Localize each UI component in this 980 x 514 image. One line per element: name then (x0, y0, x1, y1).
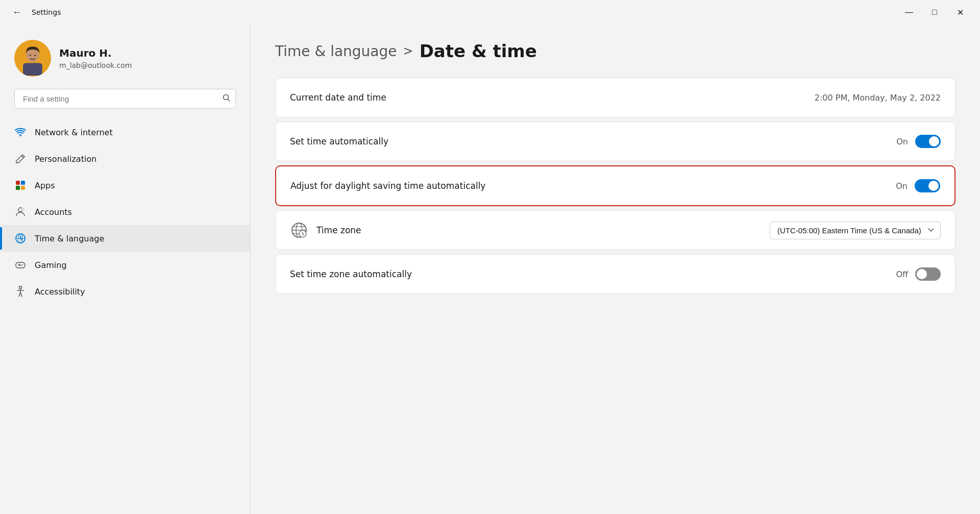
sidebar-item-gaming[interactable]: Gaming (0, 252, 250, 278)
set-timezone-auto-toggle[interactable] (915, 267, 941, 281)
current-date-row: Current date and time 2:00 PM, Monday, M… (276, 78, 955, 117)
svg-point-17 (21, 265, 22, 266)
breadcrumb-current: Date & time (420, 41, 537, 61)
sidebar-item-accounts[interactable]: Accounts (0, 199, 250, 225)
timezone-row: Time zone (UTC-05:00) Eastern Time (US &… (276, 211, 955, 250)
current-date-label: Current date and time (290, 92, 386, 103)
wifi-icon (14, 126, 27, 138)
daylight-right: On (896, 179, 940, 192)
titlebar-left: ← Settings (8, 5, 61, 20)
sidebar-item-apps[interactable]: Apps (0, 172, 250, 199)
timezone-left: Time zone (290, 221, 361, 239)
apps-icon (14, 179, 27, 191)
set-time-auto-toggle[interactable] (915, 135, 941, 148)
search-icon[interactable] (223, 94, 231, 104)
svg-point-2 (26, 48, 39, 62)
svg-rect-9 (16, 186, 20, 190)
maximize-button[interactable]: □ (923, 4, 946, 20)
avatar (14, 40, 51, 77)
sidebar-item-accessibility-label: Accessibility (35, 287, 85, 297)
sidebar-item-accounts-label: Accounts (35, 207, 72, 217)
pencil-icon (14, 153, 27, 165)
daylight-card: Adjust for daylight saving time automati… (275, 165, 955, 206)
timezone-label: Time zone (316, 225, 361, 235)
svg-point-3 (30, 55, 31, 56)
current-date-card: Current date and time 2:00 PM, Monday, M… (275, 78, 955, 117)
svg-rect-10 (21, 186, 25, 190)
sidebar-item-personalization[interactable]: Personalization (0, 145, 250, 172)
svg-point-18 (19, 286, 22, 289)
app-title: Settings (32, 8, 61, 16)
set-timezone-auto-right: Off (896, 267, 941, 281)
sidebar-item-personalization-label: Personalization (35, 154, 96, 164)
timezone-card: Time zone (UTC-05:00) Eastern Time (US &… (275, 210, 955, 250)
svg-point-12 (21, 208, 24, 211)
user-profile: Mauro H. m_lab@outlook.com (0, 35, 250, 89)
svg-point-4 (34, 55, 36, 56)
daylight-toggle[interactable] (915, 179, 940, 192)
sidebar-item-network-label: Network & internet (35, 128, 113, 137)
daylight-value: On (896, 181, 908, 191)
titlebar: ← Settings — □ ✕ (0, 0, 980, 25)
sidebar-item-gaming-label: Gaming (35, 260, 67, 270)
daylight-row: Adjust for daylight saving time automati… (276, 166, 954, 205)
set-time-auto-right: On (896, 135, 941, 148)
breadcrumb: Time & language > Date & time (275, 41, 955, 61)
svg-point-16 (22, 264, 23, 265)
set-time-auto-value: On (896, 137, 908, 146)
svg-point-6 (19, 134, 21, 136)
app-body: Mauro H. m_lab@outlook.com (0, 25, 980, 514)
sidebar-item-accessibility[interactable]: Accessibility (0, 278, 250, 305)
user-email: m_lab@outlook.com (59, 61, 132, 69)
user-name: Mauro H. (59, 47, 132, 59)
set-timezone-auto-row: Set time zone automatically Off (276, 255, 955, 293)
set-time-auto-row: Set time automatically On (276, 122, 955, 161)
main-content: Time & language > Date & time Current da… (251, 25, 980, 514)
set-timezone-auto-value: Off (896, 270, 908, 279)
breadcrumb-separator: > (403, 44, 413, 58)
accessibility-icon (14, 285, 27, 298)
svg-rect-1 (23, 63, 42, 76)
current-date-value: 2:00 PM, Monday, May 2, 2022 (815, 93, 941, 103)
set-timezone-auto-card: Set time zone automatically Off (275, 254, 955, 294)
set-time-auto-label: Set time automatically (290, 136, 388, 146)
sidebar-item-apps-label: Apps (35, 181, 55, 190)
breadcrumb-parent: Time & language (275, 43, 397, 60)
gaming-icon (14, 259, 27, 271)
back-button[interactable]: ← (8, 5, 26, 20)
minimize-button[interactable]: — (897, 4, 921, 20)
search-box (14, 89, 236, 109)
window-controls: — □ ✕ (897, 4, 972, 20)
sidebar: Mauro H. m_lab@outlook.com (0, 25, 250, 514)
sidebar-item-time-label: Time & language (35, 234, 104, 243)
close-button[interactable]: ✕ (948, 4, 972, 20)
svg-rect-8 (21, 181, 25, 185)
daylight-label: Adjust for daylight saving time automati… (290, 181, 485, 191)
sidebar-item-time[interactable]: Time & language (0, 225, 250, 252)
svg-rect-7 (16, 181, 20, 185)
clock-icon (14, 232, 27, 244)
set-time-auto-card: Set time automatically On (275, 121, 955, 161)
sidebar-nav: Network & internet Personalization (0, 119, 250, 504)
user-info: Mauro H. m_lab@outlook.com (59, 47, 132, 69)
search-input[interactable] (14, 89, 236, 109)
person-icon (14, 206, 27, 218)
timezone-icon (290, 221, 308, 239)
set-timezone-auto-label: Set time zone automatically (290, 269, 412, 279)
timezone-select[interactable]: (UTC-05:00) Eastern Time (US & Canada) (770, 222, 941, 239)
sidebar-item-network[interactable]: Network & internet (0, 119, 250, 145)
